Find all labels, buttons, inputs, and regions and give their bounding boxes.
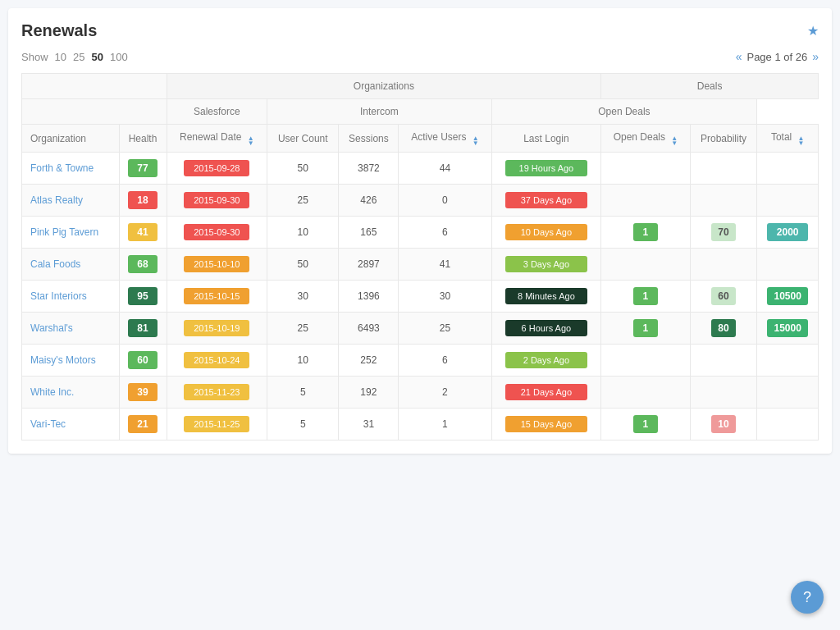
- active-users-cell: 6: [399, 345, 491, 377]
- user-count-cell: 25: [267, 185, 339, 217]
- sort-total[interactable]: ▲▼: [798, 136, 805, 145]
- org-link[interactable]: White Inc.: [30, 386, 74, 398]
- sessions-cell: 426: [339, 185, 399, 217]
- show-50[interactable]: 50: [91, 51, 103, 63]
- subheader-empty: [22, 99, 167, 125]
- pin-icon[interactable]: ★: [807, 23, 819, 39]
- renewal-date-badge: 2015-09-28: [184, 160, 249, 176]
- header-organizations: Organizations: [167, 74, 601, 99]
- next-page[interactable]: »: [812, 50, 819, 63]
- health-badge: 60: [128, 351, 158, 369]
- total-badge: 15000: [767, 319, 808, 337]
- col-open-deals: Open Deals ▲▼: [601, 125, 690, 153]
- show-25[interactable]: 25: [73, 51, 84, 63]
- subheader-open-deals: Open Deals: [491, 99, 757, 125]
- health-badge: 77: [128, 159, 158, 177]
- org-link[interactable]: Pink Pig Tavern: [30, 226, 98, 238]
- last-login-badge: 2 Days Ago: [505, 352, 587, 368]
- col-renewal-date: Renewal Date ▲▼: [167, 125, 267, 153]
- show-label: Show: [21, 51, 48, 63]
- renewals-table: Organizations Deals Salesforce Intercom …: [21, 73, 819, 441]
- sessions-cell: 1396: [339, 281, 399, 313]
- col-sessions: Sessions: [339, 125, 399, 153]
- show-controls: Show 10 25 50 100: [21, 51, 128, 63]
- active-users-cell: 2: [399, 377, 491, 409]
- table-row: Pink Pig Tavern412015-09-3010165610 Days…: [22, 217, 819, 249]
- page-title: Renewals: [21, 21, 97, 40]
- last-login-badge: 6 Hours Ago: [505, 320, 587, 336]
- subheader-salesforce: Salesforce: [167, 99, 267, 125]
- col-health: Health: [119, 125, 167, 153]
- last-login-badge: 8 Minutes Ago: [505, 288, 587, 304]
- last-login-badge: 37 Days Ago: [505, 192, 587, 208]
- org-link[interactable]: Maisy's Motors: [30, 354, 96, 366]
- renewal-date-badge: 2015-10-15: [184, 288, 249, 304]
- last-login-badge: 3 Days Ago: [505, 256, 587, 272]
- sort-renewal[interactable]: ▲▼: [248, 136, 254, 145]
- show-100[interactable]: 100: [110, 51, 128, 63]
- last-login-badge: 21 Days Ago: [505, 384, 587, 400]
- last-login-badge: 15 Days Ago: [505, 416, 587, 432]
- renewal-date-badge: 2015-11-23: [184, 384, 249, 400]
- page-info: Page 1 of 26: [746, 51, 807, 63]
- renewal-date-badge: 2015-10-10: [184, 256, 249, 272]
- active-users-cell: 6: [399, 217, 491, 249]
- health-badge: 68: [128, 255, 158, 273]
- probability-badge: 70: [711, 223, 736, 241]
- org-link[interactable]: Vari-Tec: [30, 418, 66, 430]
- user-count-cell: 10: [267, 217, 339, 249]
- user-count-cell: 50: [267, 249, 339, 281]
- total-badge: 10500: [767, 287, 808, 305]
- probability-badge: 60: [711, 287, 736, 305]
- prev-page[interactable]: «: [736, 50, 742, 63]
- org-link[interactable]: Warshal's: [30, 322, 73, 334]
- user-count-cell: 5: [267, 409, 339, 441]
- health-badge: 39: [128, 383, 158, 401]
- subheader-intercom: Intercom: [267, 99, 491, 125]
- active-users-cell: 0: [399, 185, 491, 217]
- open-deals-badge: 1: [633, 319, 658, 337]
- user-count-cell: 25: [267, 313, 339, 345]
- sort-open-deals[interactable]: ▲▼: [671, 136, 678, 145]
- org-link[interactable]: Forth & Towne: [30, 162, 94, 174]
- last-login-badge: 10 Days Ago: [505, 224, 587, 240]
- header-empty: [22, 74, 167, 99]
- user-count-cell: 10: [267, 345, 339, 377]
- health-badge: 18: [128, 191, 158, 209]
- header-col-row: Organization Health Renewal Date ▲▼ User…: [22, 125, 819, 153]
- health-badge: 41: [128, 223, 158, 241]
- renewal-date-badge: 2015-10-24: [184, 352, 249, 368]
- org-link[interactable]: Star Interiors: [30, 290, 87, 302]
- user-count-cell: 5: [267, 377, 339, 409]
- sessions-cell: 6493: [339, 313, 399, 345]
- col-active-users: Active Users ▲▼: [399, 125, 491, 153]
- renewal-date-badge: 2015-10-19: [184, 320, 249, 336]
- last-login-badge: 19 Hours Ago: [505, 160, 587, 176]
- sort-active[interactable]: ▲▼: [472, 136, 479, 145]
- table-row: Maisy's Motors602015-10-241025262 Days A…: [22, 345, 819, 377]
- active-users-cell: 1: [399, 409, 491, 441]
- active-users-cell: 25: [399, 313, 491, 345]
- table-row: White Inc.392015-11-235192221 Days Ago: [22, 377, 819, 409]
- header-deals: Deals: [601, 74, 819, 99]
- col-user-count: User Count: [267, 125, 339, 153]
- renewal-date-badge: 2015-11-25: [184, 416, 249, 432]
- org-link[interactable]: Cala Foods: [30, 258, 80, 270]
- health-badge: 81: [128, 319, 158, 337]
- active-users-cell: 30: [399, 281, 491, 313]
- pagination: « Page 1 of 26 »: [736, 50, 819, 63]
- show-10[interactable]: 10: [55, 51, 66, 63]
- sessions-cell: 252: [339, 345, 399, 377]
- table-row: Vari-Tec212015-11-25531115 Days Ago110: [22, 409, 819, 441]
- renewal-date-badge: 2015-09-30: [184, 224, 249, 240]
- org-link[interactable]: Atlas Realty: [30, 194, 83, 206]
- col-total: Total ▲▼: [757, 125, 819, 153]
- table-row: Star Interiors952015-10-15301396308 Minu…: [22, 281, 819, 313]
- header-group-row: Organizations Deals: [22, 74, 819, 99]
- table-row: Forth & Towne772015-09-285038724419 Hour…: [22, 153, 819, 185]
- col-organization: Organization: [22, 125, 120, 153]
- health-badge: 95: [128, 287, 158, 305]
- renewal-date-badge: 2015-09-30: [184, 192, 249, 208]
- table-row: Warshal's812015-10-19256493256 Hours Ago…: [22, 313, 819, 345]
- open-deals-badge: 1: [633, 415, 658, 433]
